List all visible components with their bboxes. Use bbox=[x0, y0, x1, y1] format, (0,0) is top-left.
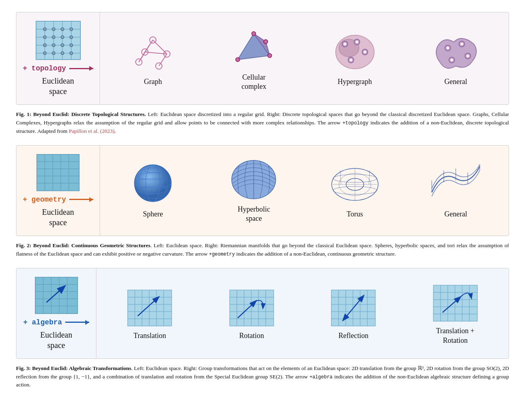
fig2-arrow: + geometry bbox=[23, 196, 93, 204]
fig3-left: + algebra Euclideanspace bbox=[16, 268, 96, 358]
hypergraph-illustration bbox=[329, 30, 381, 74]
fig3-left-label: Euclideanspace bbox=[40, 330, 72, 350]
euclidean-space-grid-fig2 bbox=[36, 154, 80, 192]
fig1-cellular-label: Cellularcomplex bbox=[241, 73, 266, 92]
figure-3: + algebra Euclideanspace bbox=[16, 268, 509, 359]
svg-point-12 bbox=[70, 28, 73, 31]
fig1-left-label: Euclideanspace bbox=[42, 76, 74, 96]
fig2-item-general: General bbox=[407, 162, 505, 219]
svg-point-55 bbox=[461, 43, 463, 45]
svg-line-34 bbox=[145, 40, 153, 52]
fig3-item-translation: Translation bbox=[100, 286, 199, 340]
fig3-rotation-label: Rotation bbox=[239, 331, 264, 340]
fig3-right: Translation bbox=[96, 268, 509, 358]
fig1-arrow-line bbox=[69, 68, 93, 69]
fig3-arrow-text: + algebra bbox=[23, 318, 62, 326]
svg-rect-90 bbox=[35, 277, 78, 314]
fig3-caption-bold: Fig. 3: Beyond Euclid: Algebraic Transfo… bbox=[16, 365, 131, 371]
hyperbolic-illustration bbox=[228, 158, 280, 202]
fig1-item-general: General bbox=[407, 30, 505, 86]
svg-point-23 bbox=[61, 52, 64, 55]
fig1-caption-final: . bbox=[114, 128, 116, 134]
fig2-arrow-text: + geometry bbox=[23, 196, 66, 204]
fig3-item-reflection: Reflection bbox=[304, 286, 403, 340]
fig3-item-rotation: Rotation bbox=[202, 286, 301, 340]
svg-point-39 bbox=[252, 32, 256, 36]
fig1-arrow: + topology bbox=[23, 64, 93, 72]
fig1-hypergraph-label: Hypergraph bbox=[338, 77, 372, 86]
fig1-caption: Fig. 1: Beyond Euclid: Discrete Topologi… bbox=[16, 110, 509, 136]
svg-point-18 bbox=[52, 44, 55, 47]
fig1-caption-bold: Fig. 1: Beyond Euclid: Discrete Topologi… bbox=[16, 111, 146, 117]
svg-point-41 bbox=[264, 40, 268, 44]
fig3-trans-rot-label: Translation +Rotation bbox=[436, 326, 475, 345]
fig2-right: Sphere bbox=[100, 146, 509, 236]
fig3-caption: Fig. 3: Beyond Euclid: Algebraic Transfo… bbox=[16, 364, 509, 390]
fig2-item-torus: Torus bbox=[306, 162, 404, 219]
fig1-item-graph: Graph bbox=[104, 30, 202, 86]
cellular-complex-illustration bbox=[228, 26, 280, 70]
svg-point-48 bbox=[344, 43, 346, 45]
fig2-arrow-line bbox=[69, 199, 93, 200]
fig2-caption-code: +geometry bbox=[209, 252, 235, 257]
fig2-caption-bold: Fig. 2: Beyond Euclid: Continuous Geomet… bbox=[16, 242, 150, 248]
fig3-arrow: + algebra bbox=[23, 318, 89, 326]
svg-line-86 bbox=[340, 170, 341, 184]
fig1-left: + topology Euclideanspace bbox=[16, 12, 100, 104]
fig2-left: + geometry Euclideanspace bbox=[16, 146, 100, 236]
svg-rect-0 bbox=[36, 21, 80, 60]
svg-rect-134 bbox=[433, 285, 477, 321]
rotation-illustration bbox=[228, 286, 276, 328]
fig2-left-label: Euclideanspace bbox=[42, 207, 74, 228]
fig2-sphere-label: Sphere bbox=[143, 210, 163, 219]
euclidean-space-grid-fig3 bbox=[34, 276, 78, 314]
fig2-torus-label: Torus bbox=[347, 210, 363, 219]
svg-point-51 bbox=[350, 59, 352, 61]
fig2-hyperbolic-label: Hyperbolicspace bbox=[238, 205, 270, 224]
torus-illustration bbox=[329, 162, 381, 206]
fig3-caption-code: +algebra bbox=[309, 374, 333, 380]
fig2-caption-end: indicates the addition of a non-Euclidea… bbox=[235, 251, 396, 257]
figure-1: + topology Euclideanspace Graph bbox=[16, 12, 509, 105]
svg-point-13 bbox=[43, 36, 46, 39]
fig2-item-hyperbolic: Hyperbolicspace bbox=[205, 158, 303, 224]
fig3-translation-label: Translation bbox=[134, 331, 166, 340]
svg-point-49 bbox=[356, 41, 358, 43]
svg-line-31 bbox=[153, 40, 167, 54]
svg-point-15 bbox=[61, 36, 64, 39]
svg-point-19 bbox=[61, 44, 64, 47]
svg-point-16 bbox=[70, 36, 73, 39]
figure-2: + geometry Euclideanspace bbox=[16, 145, 509, 236]
fig1-item-hypergraph: Hypergraph bbox=[306, 30, 404, 86]
svg-point-38 bbox=[236, 58, 240, 62]
svg-point-24 bbox=[70, 52, 73, 55]
svg-point-50 bbox=[364, 51, 366, 53]
fig1-general-label: General bbox=[444, 77, 467, 86]
fig2-caption: Fig. 2: Beyond Euclid: Continuous Geomet… bbox=[16, 242, 509, 258]
general-topology-illustration bbox=[430, 30, 482, 74]
svg-point-20 bbox=[70, 44, 73, 47]
svg-point-59 bbox=[451, 59, 453, 61]
fig1-right: Graph Cellularcomplex bbox=[100, 12, 509, 104]
svg-point-53 bbox=[447, 47, 449, 49]
fig1-caption-code: +topology bbox=[343, 120, 369, 126]
svg-point-11 bbox=[61, 28, 64, 31]
svg-rect-111 bbox=[230, 290, 274, 326]
fig1-graph-label: Graph bbox=[144, 77, 162, 86]
svg-point-14 bbox=[52, 36, 55, 39]
svg-point-57 bbox=[467, 55, 469, 57]
translation-illustration bbox=[126, 286, 174, 328]
fig2-general-label: General bbox=[444, 210, 467, 219]
sphere-illustration bbox=[128, 162, 178, 206]
graph-illustration bbox=[127, 30, 179, 74]
euclidean-space-grid-fig1 bbox=[35, 20, 81, 60]
svg-point-10 bbox=[52, 28, 55, 31]
svg-line-87 bbox=[369, 170, 370, 184]
fig2-item-sphere: Sphere bbox=[104, 162, 202, 219]
fig1-arrow-text: + topology bbox=[23, 64, 66, 72]
svg-rect-60 bbox=[37, 154, 79, 191]
svg-point-9 bbox=[43, 28, 46, 31]
general-geometry-illustration bbox=[430, 162, 482, 206]
svg-point-22 bbox=[52, 52, 55, 55]
fig1-caption-cite: Papillon et al. (2023) bbox=[69, 128, 114, 134]
